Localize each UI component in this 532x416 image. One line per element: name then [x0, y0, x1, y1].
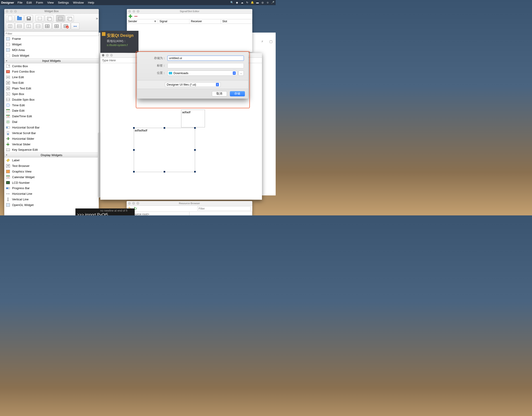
layout-hsplit-button[interactable]: [24, 23, 33, 29]
widgetbox-filter-input[interactable]: [4, 31, 99, 36]
list-item[interactable]: 12Calendar Widget: [4, 174, 99, 180]
open-button[interactable]: [15, 15, 24, 22]
list-item[interactable]: Vertical Scroll Bar: [4, 130, 99, 136]
tray-icon-1[interactable]: ◉: [236, 1, 239, 4]
list-item[interactable]: Horizontal Slider: [4, 136, 99, 142]
signalslot-titlebar[interactable]: Signal/Slot Editor: [127, 9, 252, 14]
close-icon[interactable]: [128, 10, 131, 13]
resize-handle[interactable]: [133, 149, 135, 151]
toolbar-overflow-icon[interactable]: »: [96, 16, 97, 21]
tray-icon-2[interactable]: ☁︎: [240, 1, 244, 4]
section-display-widgets[interactable]: ▼Display Widgets: [4, 153, 99, 157]
sync-icon[interactable]: ↻: [246, 1, 249, 4]
add-icon[interactable]: ✚: [128, 14, 133, 19]
list-item[interactable]: Dial: [4, 119, 99, 125]
menu-window[interactable]: Window: [73, 1, 84, 4]
app-name[interactable]: Designer: [1, 1, 14, 4]
list-item[interactable]: AIText Edit: [4, 80, 99, 86]
resize-handle[interactable]: [194, 171, 196, 173]
close-icon[interactable]: [102, 54, 104, 56]
close-icon[interactable]: [128, 202, 131, 204]
canvas-widget-1[interactable]: adfadf: [181, 110, 205, 127]
zoom-icon[interactable]: [14, 10, 17, 13]
list-item[interactable]: Dock Widget: [4, 53, 99, 58]
expand-button[interactable]: ⌄: [239, 70, 244, 76]
resize-handle[interactable]: [164, 127, 165, 129]
canvas-widget-2[interactable]: adfadfadf: [134, 128, 195, 172]
list-item[interactable]: Label: [4, 157, 99, 163]
search-icon[interactable]: 🔍: [230, 1, 234, 4]
resize-handle[interactable]: [194, 127, 196, 129]
menu-file[interactable]: File: [18, 1, 22, 4]
layout-grid-button[interactable]: [43, 23, 52, 29]
filename-input[interactable]: [167, 56, 244, 61]
cc-icon[interactable]: ◎: [261, 1, 264, 4]
list-item[interactable]: AFont Combo Box: [4, 69, 99, 75]
col-sender[interactable]: Sender▼: [127, 19, 158, 24]
resource-tree[interactable]: <resource root>: [127, 212, 190, 216]
resource-filter-input[interactable]: [197, 206, 251, 211]
edit-widgets-button[interactable]: [56, 15, 65, 22]
list-item[interactable]: Graphics View: [4, 169, 99, 174]
save-button[interactable]: [24, 15, 33, 22]
menu-form[interactable]: Form: [36, 1, 43, 4]
page-icon[interactable]: ▢: [269, 40, 273, 43]
col-signal[interactable]: Signal: [158, 19, 190, 24]
list-item[interactable]: Combo Box: [4, 63, 99, 69]
list-item[interactable]: Horizontal Line: [4, 191, 99, 196]
edit-signals-button[interactable]: [65, 15, 74, 22]
bell-icon[interactable]: 🔔: [251, 1, 254, 4]
widget-list[interactable]: Frame Widget MDI Area Dock Widget ▼Input…: [4, 36, 99, 214]
break-layout-button[interactable]: [61, 23, 70, 29]
layout-vsplit-button[interactable]: [34, 23, 42, 29]
list-item[interactable]: Vertical Slider: [4, 142, 99, 147]
list-item[interactable]: AIText Browser: [4, 163, 99, 169]
resize-handle[interactable]: [133, 127, 135, 129]
resize-handle[interactable]: [194, 149, 196, 151]
menu-view[interactable]: View: [47, 1, 54, 4]
col-slot[interactable]: Slot: [221, 19, 252, 24]
layout-horizontal-button[interactable]: [6, 23, 14, 29]
minimize-icon[interactable]: [132, 202, 135, 204]
zoom-icon[interactable]: [110, 54, 113, 56]
face-icon[interactable]: ☺: [266, 1, 269, 4]
tray-icon-3[interactable]: ▬: [256, 1, 259, 4]
location-select[interactable]: Downloads ▲▼: [167, 70, 237, 76]
menu-settings[interactable]: Settings: [58, 1, 69, 4]
bolt-icon[interactable]: ⚡︎: [261, 40, 264, 43]
list-item[interactable]: Vertical Line: [4, 196, 99, 202]
close-icon[interactable]: [6, 10, 8, 13]
zoom-icon[interactable]: [136, 202, 139, 204]
list-item[interactable]: Progress Bar: [4, 185, 99, 191]
list-item[interactable]: 42LCD Number: [4, 180, 99, 185]
resource-browser-titlebar[interactable]: Resource Browser: [127, 201, 252, 206]
widgetbox-titlebar[interactable]: Widget Box: [4, 9, 99, 14]
resize-handle[interactable]: [133, 171, 135, 173]
list-item[interactable]: ABILine Edit: [4, 74, 99, 80]
list-item[interactable]: Time Edit: [4, 102, 99, 108]
col-receiver[interactable]: Receiver: [190, 19, 221, 24]
minimize-icon[interactable]: [10, 10, 13, 13]
send-back-button[interactable]: [36, 15, 44, 22]
section-input-widgets[interactable]: ▼Input Widgets: [4, 58, 99, 63]
mic-icon[interactable]: 🎤: [271, 1, 275, 4]
list-item[interactable]: Widget: [4, 42, 99, 47]
list-item[interactable]: Key Sequence Edit: [4, 147, 99, 153]
layout-form-button[interactable]: [52, 23, 61, 29]
list-item[interactable]: MDI Area: [4, 47, 99, 53]
list-item[interactable]: 1▸Spin Box: [4, 91, 99, 97]
resize-handle[interactable]: [164, 171, 165, 173]
layout-vertical-button[interactable]: [15, 23, 24, 29]
adjust-size-button[interactable]: ⤢: [71, 23, 79, 29]
menu-edit[interactable]: Edit: [27, 1, 32, 4]
new-button[interactable]: [6, 15, 14, 22]
remove-icon[interactable]: ━: [134, 14, 137, 19]
bring-front-button[interactable]: [45, 15, 53, 22]
cancel-button[interactable]: 取消: [212, 91, 227, 96]
minimize-icon[interactable]: [133, 10, 135, 13]
tags-input[interactable]: [167, 63, 244, 68]
save-button[interactable]: 存储: [230, 91, 245, 96]
zoom-icon[interactable]: [137, 10, 139, 13]
list-item[interactable]: AIPlain Text Edit: [4, 86, 99, 91]
menu-help[interactable]: Help: [88, 1, 94, 4]
